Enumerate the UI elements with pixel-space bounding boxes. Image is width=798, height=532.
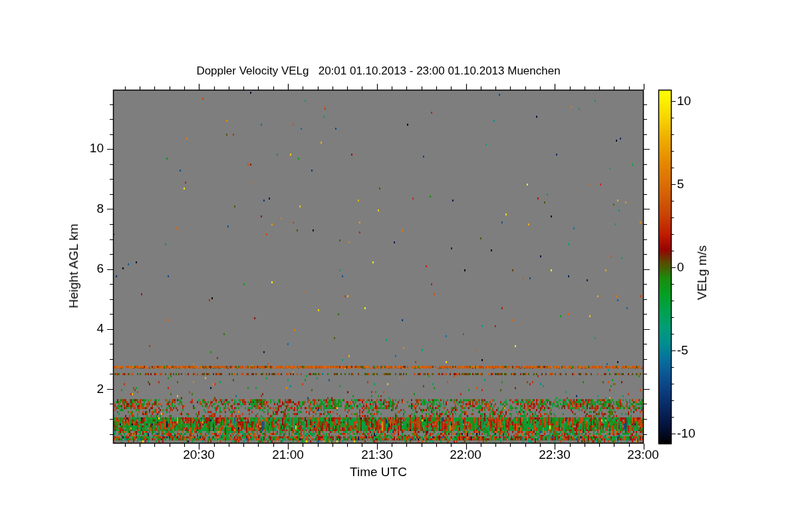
y-tick-label: 2 (64, 382, 104, 396)
x-tick-label: 22:30 (521, 448, 588, 462)
chart-title: Doppler Velocity VELg 20:01 01.10.2013 -… (113, 65, 644, 78)
plot-area (113, 90, 644, 444)
x-tick-label: 21:00 (255, 448, 321, 462)
colorbar-tick-label: -5 (677, 344, 717, 357)
colorbar (658, 90, 672, 444)
x-axis-label: Time UTC (350, 466, 407, 479)
x-tick-label: 23:00 (610, 448, 676, 462)
colorbar-tick-label: -10 (677, 427, 717, 440)
colorbar-tick-label: 0 (677, 261, 717, 274)
y-tick-label: 8 (64, 202, 104, 215)
x-tick-label: 21:30 (344, 448, 410, 462)
y-tick-label: 10 (64, 142, 104, 155)
colorbar-tick-label: 10 (677, 94, 717, 108)
y-tick-label: 6 (64, 262, 104, 275)
y-tick-label: 4 (64, 322, 104, 335)
x-tick-label: 20:30 (166, 448, 232, 462)
colorbar-tick-label: 5 (677, 178, 717, 191)
x-tick-label: 22:00 (432, 448, 499, 462)
